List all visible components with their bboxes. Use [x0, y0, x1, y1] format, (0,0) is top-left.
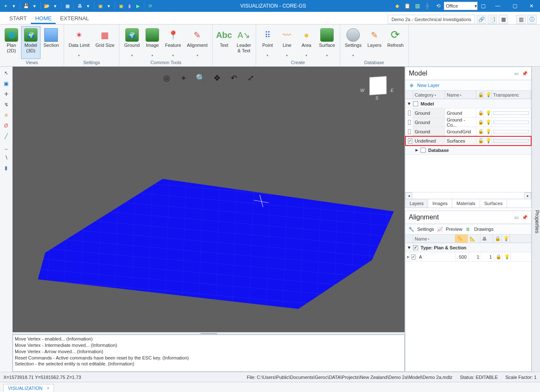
layer-row[interactable]: Ground Ground - Co... 🔒💡 — [405, 118, 531, 127]
tab-images[interactable]: Images — [428, 199, 452, 208]
cube-icon[interactable]: ▣ — [97, 2, 104, 10]
section-button[interactable]: Section — [40, 26, 62, 59]
select-rect-icon[interactable]: ▣ — [2, 79, 11, 88]
point-button[interactable]: ⠿Point▾ — [258, 26, 277, 59]
qat-dropdown-icon[interactable]: ▾ — [10, 2, 18, 10]
flag-icon[interactable]: ▶ — [134, 2, 142, 10]
minimize-button[interactable]: — — [489, 0, 506, 12]
line-button[interactable]: 〰Line▾ — [277, 26, 297, 59]
layer-row-highlighted[interactable]: Undefined Surfaces 🔓💡 — [405, 136, 531, 146]
sync-icon[interactable]: ⟲ — [434, 1, 443, 11]
ground-button[interactable]: 🌍Ground▾ — [121, 26, 143, 59]
tree-model[interactable]: ▾Model — [405, 99, 531, 108]
log-line: Selection - the selected entity is not e… — [15, 361, 402, 367]
tree-database[interactable]: ▸Database — [405, 146, 531, 155]
qat-dropdown-2-icon[interactable]: ▾ — [31, 2, 38, 10]
chart-tbr-icon[interactable]: ╫ — [423, 1, 432, 11]
viewport-3d[interactable]: ◎ ⌖ 🔍 ✥ ↶ ⤢ S E W — [13, 67, 405, 332]
align-row[interactable]: ▸ A 500 1 1 🔒 💡 — [405, 252, 531, 262]
stop-icon[interactable]: ▦ — [64, 2, 71, 10]
tab-external[interactable]: EXTERNAL — [56, 14, 93, 24]
pointer-icon[interactable]: ↖ — [2, 68, 11, 78]
status-state: Status: EDITABLE — [460, 375, 498, 380]
tab-materials[interactable]: Materials — [452, 199, 480, 208]
draw-line-icon[interactable]: ╱ — [2, 132, 11, 141]
data-limit-button[interactable]: ✶Data Limit▾ — [66, 26, 93, 59]
doc-tab-visualization[interactable]: VISUALIZATION × — [3, 384, 54, 392]
feature-button[interactable]: 📍Feature▾ — [162, 26, 184, 59]
zoom-ext-icon[interactable]: ⌖ — [178, 72, 189, 84]
pan-icon[interactable]: ✥ — [211, 72, 223, 84]
close-button[interactable]: ✕ — [523, 0, 540, 12]
properties-tab[interactable]: Properties — [532, 67, 540, 372]
grid-icon[interactable]: ▦ — [499, 15, 508, 24]
tab-start[interactable]: START — [5, 14, 31, 24]
panel-pin-icon[interactable]: 📌 — [522, 71, 528, 76]
plan-2d-button[interactable]: 🌐Plan(2D) — [2, 26, 21, 59]
refresh-qat-icon[interactable]: ⟳ — [146, 2, 154, 10]
surface-button[interactable]: Surface▾ — [316, 26, 338, 59]
alignment-button[interactable]: ✎Alignment▾ — [184, 26, 211, 59]
orbit-icon[interactable]: ◎ — [161, 72, 173, 84]
link-icon[interactable]: 🔗 — [477, 15, 486, 24]
panel-pin-icon[interactable]: 📌 — [522, 215, 528, 220]
fill-icon[interactable]: ▮ — [2, 163, 11, 173]
eye-off-icon[interactable]: Ø — [2, 121, 11, 130]
zoom-icon[interactable]: 🔍 — [194, 72, 206, 84]
app-icon[interactable]: ✦ — [2, 2, 9, 10]
maximize-button[interactable]: ▢ — [506, 0, 523, 12]
db-settings-button[interactable]: Settings▾ — [342, 26, 364, 59]
align-preview-button[interactable]: Preview — [446, 227, 462, 232]
save-icon[interactable]: 💾 — [22, 2, 30, 10]
project-name-box[interactable]: Demo 2a - Geotechnical Investigations — [388, 15, 475, 24]
target-icon[interactable]: ✛ — [2, 89, 11, 99]
align-drawings-button[interactable]: Drawings — [474, 227, 494, 232]
undo-view-icon[interactable]: ↶ — [228, 72, 240, 84]
fullscreen-icon[interactable]: ⤢ — [245, 72, 257, 84]
model-hscroll[interactable]: ◂▸ — [405, 192, 531, 199]
copy-icon[interactable]: 📑 — [488, 15, 497, 24]
refresh-button[interactable]: ⟳Refresh — [384, 26, 407, 59]
close-tab-icon[interactable]: × — [47, 386, 49, 391]
grid-tl-icon[interactable]: ≡ — [2, 111, 11, 120]
draw-edge-icon[interactable]: ⎯ — [2, 142, 11, 151]
layout-icon[interactable]: ▢ — [478, 1, 488, 11]
new-layer-button[interactable]: New Layer — [417, 83, 440, 88]
align-tree-node[interactable]: ▾Type: Plan & Section — [405, 243, 531, 252]
text-button[interactable]: AbcText — [214, 26, 234, 59]
help-icon[interactable]: ⓘ — [527, 15, 537, 24]
qat-dropdown-4-icon[interactable]: ▾ — [84, 2, 92, 10]
image-button[interactable]: Image▾ — [143, 26, 162, 59]
layer-row[interactable]: Ground GroundGrid 🔒💡 — [405, 127, 531, 136]
grid-size-button[interactable]: ▦Grid Size — [92, 26, 117, 59]
box-icon[interactable]: ◆ — [392, 1, 402, 11]
layers-button[interactable]: ✎Layers — [364, 26, 384, 59]
qat-dropdown-3-icon[interactable]: ▾ — [51, 2, 59, 10]
clipboard-icon[interactable]: 📋 — [402, 1, 412, 11]
view-cube[interactable]: S E W — [361, 76, 395, 106]
print-icon[interactable]: 🖶 — [76, 2, 84, 10]
panel-restore-icon[interactable]: ▭ — [514, 215, 518, 220]
tab-layers[interactable]: Layers — [405, 199, 428, 208]
align-settings-button[interactable]: Settings — [417, 227, 434, 232]
qat-dropdown-5-icon[interactable]: ▾ — [105, 2, 113, 10]
left-toolbar: ↖ ▣ ✛ ↯ ≡ Ø ╱ ⎯ ∖ ▮ — [0, 67, 13, 372]
model-3d-button[interactable]: 🌍Model(3D) — [21, 26, 40, 59]
cube2-icon[interactable]: ▣ — [117, 2, 125, 10]
axes-icon[interactable]: ↯ — [2, 100, 11, 109]
quick-access-toolbar: ✦ ▾ 💾 ▾ 📂 ▾ ▦ 🖶 ▾ ▣ ▾ ▣ ▮ ▶ ⟳ — [0, 2, 154, 10]
message-log[interactable]: Move Vertex - enabled... (Information) M… — [13, 335, 405, 372]
map-icon[interactable]: ▧ — [413, 1, 422, 11]
add-icon[interactable]: ⊕ — [408, 82, 415, 89]
style-select[interactable]: Office▾ — [444, 2, 478, 10]
tab-home[interactable]: HOME — [31, 14, 56, 24]
tab-surfaces[interactable]: Surfaces — [480, 199, 507, 208]
area-button[interactable]: ●Area▾ — [297, 26, 316, 59]
layer-row[interactable]: Ground Ground 🔒💡 — [405, 108, 531, 118]
leader-text-button[interactable]: A↘Leader& Text — [234, 26, 254, 59]
open-icon[interactable]: 📂 — [43, 2, 51, 10]
panel-restore-icon[interactable]: ▭ — [514, 71, 518, 76]
window-icon[interactable]: ▥ — [516, 15, 526, 24]
draw-angle-icon[interactable]: ∖ — [2, 153, 11, 162]
bars-icon[interactable]: ▮ — [126, 2, 133, 10]
